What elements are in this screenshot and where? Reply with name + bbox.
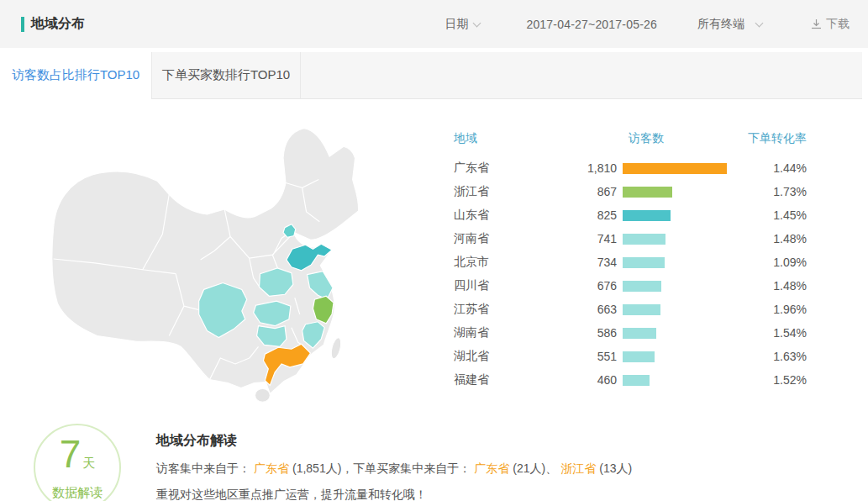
regional-distribution-panel: 地域分布 日期 2017-04-27~2017-05-26 所有终端 下载 访客… <box>0 0 868 501</box>
region-name: 北京市 <box>454 255 563 270</box>
region-name: 广东省 <box>454 161 563 176</box>
map-region-taiwan[interactable] <box>329 337 343 360</box>
seven-day-badge: 7天 数据解读 <box>34 424 121 501</box>
conversion-rate: 1.63% <box>732 350 807 363</box>
column-header-region: 地域 <box>454 131 563 146</box>
table-row[interactable]: 浙江省8671.73% <box>454 180 807 203</box>
visitor-count: 676 <box>563 279 623 293</box>
conversion-rate: 1.09% <box>732 256 807 269</box>
date-dropdown-label: 日期 <box>445 17 468 32</box>
visitor-count: 460 <box>563 373 623 387</box>
visitor-bar <box>623 375 732 386</box>
visitor-bar <box>623 257 732 268</box>
conversion-rate: 1.96% <box>732 303 807 316</box>
conversion-rate: 1.48% <box>732 232 807 245</box>
region-name: 湖南省 <box>454 325 563 340</box>
download-button[interactable]: 下载 <box>811 17 850 32</box>
table-row[interactable]: 四川省6761.48% <box>454 274 807 298</box>
region-name: 福建省 <box>454 372 563 388</box>
table-row[interactable]: 江苏省6631.96% <box>454 298 807 321</box>
conversion-rate: 1.73% <box>732 185 807 198</box>
column-header-visitors: 访客数 <box>563 131 664 146</box>
table-row[interactable]: 河南省7411.48% <box>454 227 807 250</box>
region-name: 湖北省 <box>454 349 563 364</box>
insight-text: (1,851人)，下单买家集中来自于： <box>292 461 471 475</box>
chevron-down-icon <box>473 19 481 28</box>
conversion-rate: 1.48% <box>732 279 807 293</box>
insight-text: (13人) <box>599 461 632 475</box>
tab-content: 地域 访客数 下单转化率 广东省1,8101.44%浙江省8671.73%山东省… <box>0 99 868 412</box>
insight-line2: 重视对这些地区重点推广运营，提升流量和转化哦！ <box>156 485 632 501</box>
tab-visitors-top10[interactable]: 访客数占比排行TOP10 <box>0 52 151 99</box>
visitor-bar <box>623 328 732 339</box>
table-row[interactable]: 山东省8251.45% <box>454 203 807 227</box>
conversion-rate: 1.54% <box>732 326 807 340</box>
visitor-count: 734 <box>563 256 623 269</box>
visitor-count: 825 <box>563 208 623 222</box>
terminal-filter-dropdown[interactable]: 所有终端 <box>697 17 762 32</box>
visitor-count: 551 <box>563 350 623 363</box>
insight-title: 地域分布解读 <box>156 432 632 450</box>
region-ranking-table: 地域 访客数 下单转化率 广东省1,8101.44%浙江省8671.73%山东省… <box>454 126 807 392</box>
region-name: 山东省 <box>454 208 563 223</box>
conversion-rate: 1.44% <box>732 161 807 175</box>
table-body: 广东省1,8101.44%浙江省8671.73%山东省8251.45%河南省74… <box>454 156 807 392</box>
table-row[interactable]: 北京市7341.09% <box>454 250 807 274</box>
visitor-bar <box>623 351 732 362</box>
visitor-count: 1,810 <box>563 161 623 175</box>
insight-section: 7天 数据解读 地域分布解读 访客集中来自于：广东省(1,851人)，下单买家集… <box>0 424 868 501</box>
visitor-bar <box>623 210 732 221</box>
china-map <box>42 106 424 412</box>
title-accent-bar <box>21 17 24 32</box>
region-name: 四川省 <box>454 278 563 293</box>
badge-number: 7 <box>60 432 82 476</box>
table-row[interactable]: 湖南省5861.54% <box>454 321 807 345</box>
map-region-hainan[interactable] <box>255 388 271 402</box>
visitor-count: 663 <box>563 303 623 316</box>
download-icon <box>811 18 822 29</box>
insight-line1: 访客集中来自于：广东省(1,851人)，下单买家集中来自于：广东省(21人)、浙… <box>156 459 632 478</box>
visitor-count: 867 <box>563 185 623 198</box>
badge-caption: 数据解读 <box>35 485 119 501</box>
visitor-bar <box>623 304 732 315</box>
table-header-row: 地域 访客数 下单转化率 <box>454 126 807 151</box>
panel-header: 地域分布 日期 2017-04-27~2017-05-26 所有终端 下载 <box>0 0 868 48</box>
page-title: 地域分布 <box>31 15 85 33</box>
visitor-bar <box>623 234 732 245</box>
date-dropdown[interactable]: 日期 <box>445 17 480 32</box>
download-label: 下载 <box>826 17 850 32</box>
insight-region-link[interactable]: 浙江省 <box>560 461 596 475</box>
tab-buyers-top10[interactable]: 下单买家数排行TOP10 <box>151 52 301 98</box>
date-range-picker[interactable]: 2017-04-27~2017-05-26 <box>526 18 657 31</box>
insight-region-link[interactable]: 广东省 <box>474 461 509 475</box>
insight-text: 访客集中来自于： <box>156 461 250 475</box>
conversion-rate: 1.52% <box>732 373 807 387</box>
chevron-down-icon <box>755 19 764 28</box>
table-row[interactable]: 广东省1,8101.44% <box>454 156 807 180</box>
insight-region-link[interactable]: 广东省 <box>254 461 289 475</box>
region-name: 浙江省 <box>454 184 563 199</box>
region-name: 江苏省 <box>454 302 563 317</box>
table-row[interactable]: 福建省4601.52% <box>454 368 807 392</box>
tab-bar: 访客数占比排行TOP10 下单买家数排行TOP10 <box>0 52 862 99</box>
visitor-bar <box>623 163 732 174</box>
table-row[interactable]: 湖北省5511.63% <box>454 345 807 368</box>
region-name: 河南省 <box>454 231 563 246</box>
visitor-count: 741 <box>563 232 623 245</box>
visitor-bar <box>623 187 732 198</box>
visitor-bar <box>623 281 732 292</box>
terminal-filter-label: 所有终端 <box>697 17 744 32</box>
visitor-count: 586 <box>563 326 623 340</box>
column-header-conversion: 下单转化率 <box>664 131 807 146</box>
badge-unit: 天 <box>82 456 95 470</box>
tab-bar-filler <box>301 52 862 98</box>
conversion-rate: 1.45% <box>732 208 807 222</box>
insight-text: (21人)、 <box>513 461 557 475</box>
